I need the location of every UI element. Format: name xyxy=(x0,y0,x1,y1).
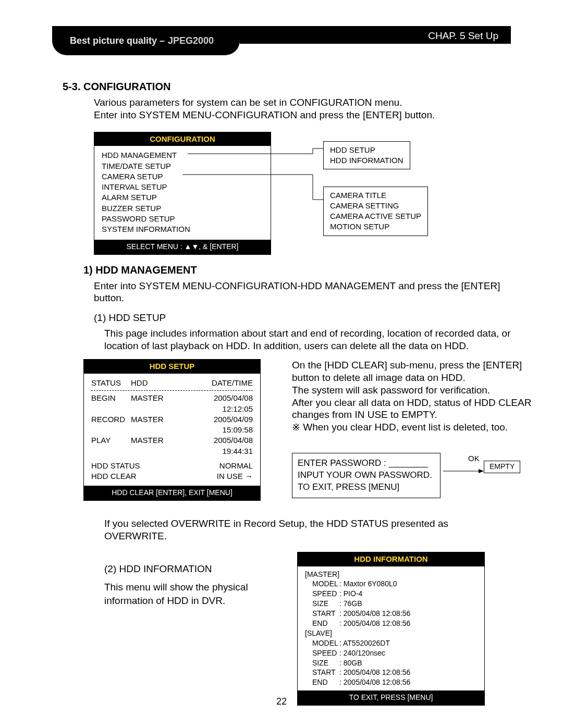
hdd-status-label: HDD STATUS xyxy=(91,461,140,471)
submenu-item: CAMERA TITLE xyxy=(330,190,421,201)
hdd-setup-para: This page includes information about sta… xyxy=(104,327,511,352)
hdd-setup-footer: HDD CLEAR [ENTER], EXIT [MENU] xyxy=(84,486,260,500)
master-size: 76GB xyxy=(339,599,479,609)
slave-speed: 240/120nsec xyxy=(339,648,479,658)
configuration-menu-footer: SELECT MENU : ▲▼, & [ENTER] xyxy=(94,240,271,254)
submenu-item: MOTION SETUP xyxy=(330,221,421,232)
hdd-mgmt-intro: Enter into SYSTEM MENU-CONFIGURATION-HDD… xyxy=(94,280,511,305)
master-model: Maxtor 6Y080L0 xyxy=(339,579,479,589)
chapter-label: CHAP. 5 Set Up xyxy=(240,26,511,44)
empty-status-box: EMPTY xyxy=(484,461,520,473)
ok-label: OK xyxy=(468,454,480,464)
table-row: BEGINMASTER2005/04/08 xyxy=(91,393,253,403)
configuration-menu-box: CONFIGURATION HDD MANAGEMENT TIME/DATE S… xyxy=(94,132,271,255)
submenu-item: CAMERA SETTING xyxy=(330,201,421,211)
master-start: 2005/04/08 12:08:56 xyxy=(339,609,479,619)
password-prompt-box: ENTER PASSWORD : ________ INPUT YOUR OWN… xyxy=(292,453,440,498)
tagline-em: JPEG2000 xyxy=(168,35,214,46)
table-row: PLAYMASTER2005/04/08 xyxy=(91,435,253,446)
menu-item: SYSTEM INFORMATION xyxy=(102,224,263,235)
hdd-mgmt-title: 1) HDD MANAGEMENT xyxy=(83,264,511,277)
slave-group-label: [SLAVE] xyxy=(303,628,479,638)
table-row: RECORDMASTER2005/04/09 xyxy=(91,414,253,425)
hdd-setup-box-title: HDD SETUP xyxy=(84,360,260,374)
menu-item: TIME/DATE SETUP xyxy=(102,161,263,171)
submenu-item: HDD SETUP xyxy=(330,145,403,155)
section-title: 5-3. CONFIGURATION xyxy=(63,80,511,93)
submenu-item: HDD INFORMATION xyxy=(330,155,403,166)
configuration-menu-title: CONFIGURATION xyxy=(94,132,271,146)
configuration-menu-diagram: CONFIGURATION HDD MANAGEMENT TIME/DATE S… xyxy=(94,132,511,254)
hdd-info-text: This menu will show the physical informa… xyxy=(104,581,292,607)
menu-item: PASSWORD SETUP xyxy=(102,214,263,224)
menu-item: HDD MANAGEMENT xyxy=(102,150,263,161)
master-group-label: [MASTER] xyxy=(303,570,479,579)
slave-end: 2005/04/08 12:08:56 xyxy=(339,677,479,687)
hdd-info-label: (2) HDD INFORMATION xyxy=(104,562,292,576)
page-number: 22 xyxy=(0,696,563,707)
hdd-status-value: NORMAL xyxy=(219,461,253,471)
arrow-right-icon: → xyxy=(245,472,253,480)
hdd-info-box-title: HDD INFORMATION xyxy=(298,552,484,566)
pw-line: ENTER PASSWORD : ________ xyxy=(298,458,435,470)
col-datetime: DATE/TIME xyxy=(178,378,253,388)
menu-item: CAMERA SETUP xyxy=(102,171,263,182)
col-hdd: HDD xyxy=(131,378,178,388)
hdd-setup-diagram: HDD SETUP STATUS HDD DATE/TIME BEGINMAST… xyxy=(83,359,511,515)
master-speed: PIO-4 xyxy=(339,589,479,599)
pw-line: TO EXIT, PRESS [MENU] xyxy=(298,482,435,493)
slave-start: 2005/04/08 12:08:56 xyxy=(339,668,479,677)
submenu-hdd: HDD SETUP HDD INFORMATION xyxy=(323,141,410,170)
hdd-clear-explanation: On the [HDD CLEAR] sub-menu, press the [… xyxy=(292,359,532,434)
hdd-information-section: (2) HDD INFORMATION This menu will show … xyxy=(83,552,511,719)
hdd-setup-label: (1) HDD SETUP xyxy=(94,312,511,324)
submenu-camera: CAMERA TITLE CAMERA SETTING CAMERA ACTIV… xyxy=(323,187,428,236)
empty-status-value: EMPTY xyxy=(489,462,515,472)
menu-item: INTERVAL SETUP xyxy=(102,182,263,192)
menu-item: ALARM SETUP xyxy=(102,192,263,203)
menu-item: BUZZER SETUP xyxy=(102,203,263,214)
overwrite-note: If you selected OVERWRITE in Record Setu… xyxy=(104,517,511,542)
slave-size: 80GB xyxy=(339,658,479,668)
section-intro: Various parameters for system can be set… xyxy=(94,96,511,121)
tagline: Best picture quality – JPEG2000 xyxy=(52,26,240,55)
page-header: Best picture quality – JPEG2000 CHAP. 5 … xyxy=(52,26,511,55)
tagline-prefix: Best picture quality – xyxy=(70,35,165,46)
hdd-clear-label: HDD CLEAR xyxy=(91,471,137,482)
hdd-information-box: HDD INFORMATION [MASTER] MODELMaxtor 6Y0… xyxy=(297,552,485,706)
hdd-setup-box: HDD SETUP STATUS HDD DATE/TIME BEGINMAST… xyxy=(83,359,261,501)
slave-model: AT5520026DT xyxy=(339,638,479,648)
submenu-item: CAMERA ACTIVE SETUP xyxy=(330,211,421,221)
master-end: 2005/04/08 12:08:56 xyxy=(339,619,479,628)
pw-line: INPUT YOUR OWN PASSWORD. xyxy=(298,470,435,482)
svg-marker-7 xyxy=(479,469,484,473)
col-status: STATUS xyxy=(91,378,131,388)
hdd-clear-value: IN USE xyxy=(217,472,243,480)
